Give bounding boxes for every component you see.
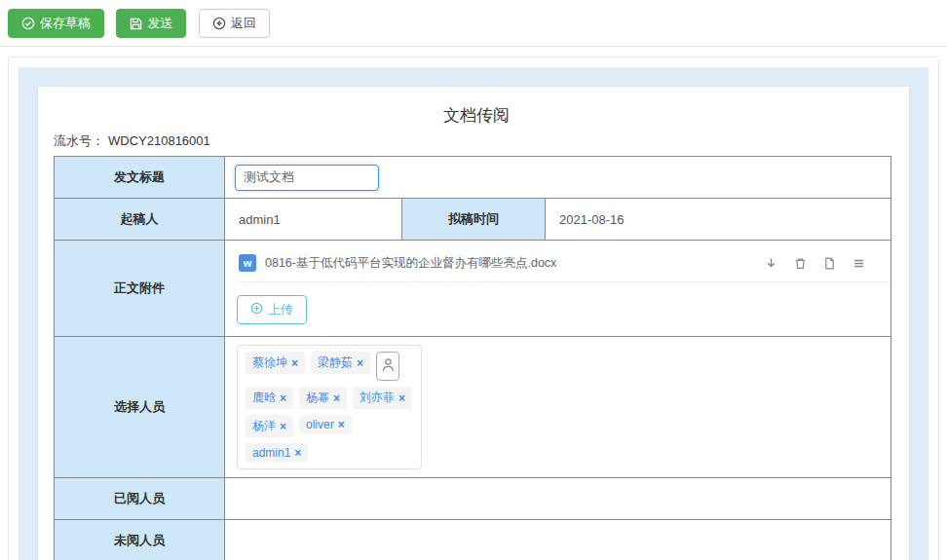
attachment-cell: w 0816-基于低代码平台实现的企业督办有哪些亮点.docx <box>225 241 891 337</box>
send-label: 发送 <box>147 15 172 32</box>
selected-person-tag: 刘亦菲× <box>353 387 412 409</box>
read-people-value-cell <box>225 478 891 520</box>
unread-people-label-cell: 未阅人员 <box>55 520 225 560</box>
selected-person-tag: 杨幂× <box>299 387 347 409</box>
remove-person-icon[interactable]: × <box>291 357 298 369</box>
person-name: 刘亦菲 <box>360 390 395 406</box>
draft-time-value-cell: 2021-08-16 <box>546 199 891 241</box>
doc-title-label-cell: 发文标题 <box>55 157 225 199</box>
word-file-icon: w <box>239 254 256 272</box>
select-person-button[interactable] <box>376 352 399 381</box>
selected-person-tag: 蔡徐坤× <box>246 352 305 374</box>
page-title: 文档传阅 <box>54 104 899 127</box>
person-icon <box>382 357 395 376</box>
attachment-actions <box>765 257 865 270</box>
drafter-value-cell: admin1 <box>225 199 402 241</box>
check-circle-icon <box>21 17 35 30</box>
floppy-save-icon <box>130 18 142 30</box>
person-name: 蔡徐坤 <box>252 355 287 371</box>
attachment-file-name: 0816-基于低代码平台实现的企业督办有哪些亮点.docx <box>265 255 756 272</box>
back-button[interactable]: 返回 <box>199 9 270 38</box>
table-row: 已阅人员 <box>55 478 891 520</box>
download-icon[interactable] <box>765 257 777 270</box>
unread-people-value-cell <box>225 520 891 560</box>
select-people-label-cell: 选择人员 <box>55 337 225 478</box>
menu-icon[interactable] <box>852 257 865 270</box>
serial-value: WDCY210816001 <box>108 133 210 148</box>
person-name: oliver <box>306 418 334 431</box>
person-name: 杨幂 <box>306 390 329 406</box>
document-form-table: 发文标题 起稿人 admin1 拟稿时间 2021-08-16 正文附件 <box>54 156 891 560</box>
read-people-label-cell: 已阅人员 <box>55 478 225 520</box>
drafter-label-cell: 起稿人 <box>55 199 225 241</box>
table-row: 未阅人员 <box>55 520 891 560</box>
selected-person-tag: admin1× <box>246 443 308 463</box>
table-row: 选择人员 蔡徐坤×梁静茹× 鹿晗×杨幂×刘亦菲×杨洋×oliver×admin1… <box>55 337 891 478</box>
remove-person-icon[interactable]: × <box>280 392 286 404</box>
save-draft-label: 保存草稿 <box>40 15 91 32</box>
table-row: 正文附件 w 0816-基于低代码平台实现的企业督办有哪些亮点.docx <box>55 241 891 337</box>
table-row: 起稿人 admin1 拟稿时间 2021-08-16 <box>55 199 891 241</box>
selected-person-tag: 杨洋× <box>246 415 293 437</box>
table-row: 发文标题 <box>55 157 891 199</box>
person-name: 鹿晗 <box>252 390 276 406</box>
person-name: 梁静茹 <box>318 355 353 371</box>
send-button[interactable]: 发送 <box>116 9 186 38</box>
doc-title-input[interactable] <box>235 165 379 191</box>
draft-time-label-cell: 拟稿时间 <box>402 199 546 241</box>
document-form-card: 文档传阅 流水号：WDCY210816001 发文标题 起稿人 admin1 <box>38 87 909 560</box>
save-draft-button[interactable]: 保存草稿 <box>8 9 104 38</box>
attachment-label-cell: 正文附件 <box>55 241 225 337</box>
serial-number-line: 流水号：WDCY210816001 <box>54 132 899 150</box>
file-icon[interactable] <box>823 257 836 270</box>
remove-person-icon[interactable]: × <box>333 392 340 404</box>
trash-icon[interactable] <box>794 257 807 270</box>
selected-person-tag: 鹿晗× <box>246 387 293 409</box>
back-arrow-circle-icon <box>212 17 226 30</box>
remove-person-icon[interactable]: × <box>398 392 405 404</box>
top-toolbar: 保存草稿 发送 返回 <box>0 0 947 47</box>
remove-person-icon[interactable]: × <box>294 447 301 459</box>
plus-circle-icon <box>250 302 263 317</box>
person-name: 杨洋 <box>252 418 276 434</box>
attachment-item: w 0816-基于低代码平台实现的企业督办有哪些亮点.docx <box>237 252 890 282</box>
form-panel: 文档传阅 流水号：WDCY210816001 发文标题 起稿人 admin1 <box>19 67 928 560</box>
remove-person-icon[interactable]: × <box>338 419 345 430</box>
selected-person-tag: 梁静茹× <box>311 352 370 374</box>
page-card: 文档传阅 流水号：WDCY210816001 发文标题 起稿人 admin1 <box>8 56 939 560</box>
back-label: 返回 <box>231 15 256 32</box>
selected-people-box: 蔡徐坤×梁静茹× 鹿晗×杨幂×刘亦菲×杨洋×oliver×admin1× <box>237 345 422 469</box>
remove-person-icon[interactable]: × <box>280 421 286 432</box>
doc-title-value-cell <box>225 157 891 199</box>
upload-button[interactable]: 上传 <box>237 295 307 324</box>
selected-person-tag: oliver× <box>299 415 352 434</box>
serial-label: 流水号： <box>54 133 104 148</box>
select-people-cell: 蔡徐坤×梁静茹× 鹿晗×杨幂×刘亦菲×杨洋×oliver×admin1× <box>225 337 891 478</box>
upload-label: 上传 <box>268 301 293 318</box>
remove-person-icon[interactable]: × <box>357 357 363 369</box>
person-name: admin1 <box>252 446 290 460</box>
